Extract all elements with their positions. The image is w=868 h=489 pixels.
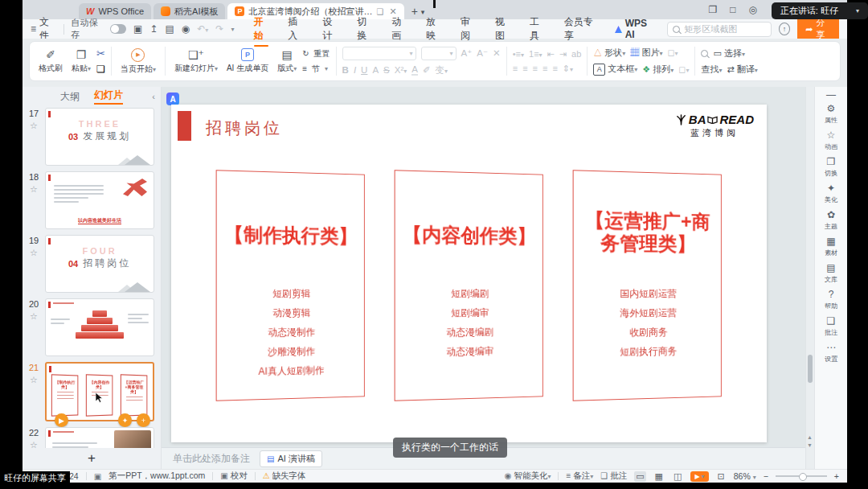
slide-thumbnail-21-selected[interactable]: 【制作执行类】 【内容创作类】 【运营推广+商务管理类】 ▶ ✦ + [45, 362, 154, 421]
select-button[interactable]: ▭ 选择▾ [713, 47, 744, 60]
tab-tools[interactable]: 工具 [529, 13, 547, 45]
find-button[interactable]: 查找▾ [701, 64, 722, 76]
zoom-slider[interactable] [776, 475, 827, 477]
sidebar-item-library[interactable]: ▤文库 [824, 263, 838, 285]
zoom-in-button[interactable]: + [834, 471, 839, 481]
merge-shapes-button[interactable]: ◻▾ [667, 47, 678, 58]
slide-canvas[interactable]: A 招聘岗位 BA [162, 87, 805, 447]
tab-transition[interactable]: 切换 [356, 13, 374, 45]
slide-thumbnail-17[interactable]: THREE 03 发展规划 [45, 108, 154, 166]
panel-operations-business[interactable]: 【运营推广+商务管理类】 国内短剧运营 海外短剧运营 收剧商务 短剧执行商务 [573, 170, 722, 401]
clear-format-icon[interactable]: ✕ [493, 47, 501, 59]
tab-insert[interactable]: 插入 [287, 13, 305, 45]
align-center-icon[interactable]: ≡ [522, 64, 527, 73]
star-icon[interactable]: ☆ [30, 121, 38, 131]
smart-beautify-button[interactable]: ◉ 智能美化▾ [505, 471, 551, 482]
reset-button[interactable]: ↻重置 [302, 48, 330, 60]
slide-thumbnail-20[interactable] [45, 298, 154, 356]
undo-icon[interactable]: ↶▾ [197, 23, 208, 35]
sidebar-item-beautify[interactable]: ✦美化 [824, 183, 838, 205]
meeting-speaking-pill[interactable]: 正在讲话: 旺仔 ▾ [772, 2, 868, 19]
decrease-font-button[interactable]: A⁻ [477, 47, 488, 59]
add-slide-button[interactable]: + [23, 448, 161, 469]
picture-button[interactable]: ▦ 图片▾ [630, 47, 662, 59]
next-slide-icon[interactable]: ▼ [807, 442, 813, 448]
sidebar-item-transition[interactable]: ❐切换 [824, 157, 838, 179]
zoom-out-button[interactable]: − [764, 471, 768, 481]
sidebar-item-help[interactable]: ?帮助 [824, 290, 838, 311]
tab-design[interactable]: 设计 [321, 13, 339, 45]
screenshare-icon[interactable]: ❐ [709, 4, 718, 15]
scrollbar-thumb[interactable] [808, 355, 813, 383]
tab-docer-ai[interactable]: 稻壳AI模板 [154, 3, 225, 19]
sidebar-item-theme[interactable]: ✿主题 [824, 210, 838, 232]
phonetic-guide-icon[interactable]: ab [571, 49, 581, 59]
star-icon[interactable]: ☆ [30, 248, 38, 258]
reading-view-icon[interactable]: ◫ [672, 471, 683, 482]
star-icon[interactable]: ☆ [30, 311, 38, 322]
print-icon[interactable]: ▤ [165, 23, 174, 35]
tab-review[interactable]: 审阅 [460, 13, 477, 45]
play-from-current-button[interactable]: ▶ 当页开始▾ [117, 48, 159, 75]
slideshow-button[interactable]: ▶▾ [690, 471, 708, 482]
bullet-list-icon[interactable]: •≡▾ [513, 49, 524, 59]
slide-page[interactable]: 招聘岗位 BA READ [171, 105, 767, 442]
previous-slide-icon[interactable]: ▲ [807, 434, 813, 440]
sidebar-item-comments[interactable]: ❑批注 [824, 316, 838, 338]
notes-button[interactable]: ≡ 备注▾ [566, 471, 593, 482]
cloud-upload-icon[interactable]: ↑ [779, 23, 791, 35]
missing-fonts-button[interactable]: ⚠ 缺失字体 [263, 471, 306, 482]
text-effect-button[interactable]: 变▾ [436, 64, 448, 76]
canvas-scrollbar[interactable]: ▲ ▼ [805, 87, 814, 469]
font-color-button[interactable]: A [411, 65, 418, 76]
paste-button[interactable]: ❐ 粘贴▾ [68, 49, 94, 74]
slide-thumbnail-22[interactable] [45, 427, 154, 448]
sidebar-item-assets[interactable]: ▦素材 [824, 236, 838, 258]
panel-production[interactable]: 【制作执行类】 短剧剪辑 动漫剪辑 动态漫制作 沙雕漫制作 AI真人短剧制作 [216, 170, 365, 401]
slide-title[interactable]: 招聘岗位 [206, 117, 283, 139]
pill-chevron-icon[interactable]: ▾ [856, 7, 859, 14]
tab-member[interactable]: 会员专享 [563, 13, 597, 45]
add-slide-overlay-button[interactable]: + [137, 413, 150, 427]
save-icon[interactable]: ▣ [133, 23, 142, 35]
maximize-icon[interactable]: □ [730, 4, 735, 15]
outdent-icon[interactable]: ⇤ [547, 49, 555, 60]
arrange-button[interactable]: ❖ 排列▾ [642, 64, 674, 76]
panel-content-creation[interactable]: 【内容创作类】 短剧编剧 短剧编审 动态漫编剧 动态漫编审 [395, 170, 543, 401]
strikethrough-button[interactable]: S [383, 65, 390, 75]
tab-view[interactable]: 视图 [494, 13, 512, 45]
tab-slideshow[interactable]: 放映 [425, 13, 443, 45]
comments-button[interactable]: ❑ 批注 [600, 471, 627, 482]
shapes-button[interactable]: △ 形状▾ [593, 47, 625, 59]
font-size-select[interactable]: ▾ [421, 47, 457, 60]
char-spacing-button[interactable]: A [372, 65, 379, 75]
search-input[interactable]: 矩形区域截图 [667, 22, 771, 37]
star-icon[interactable]: ☆ [30, 184, 38, 195]
ai-single-page-button[interactable]: P AI 生成单页 [223, 48, 272, 74]
align-left-icon[interactable]: ≡ [513, 64, 518, 73]
translate-button[interactable]: ⇄ 翻译▾ [727, 64, 757, 76]
zoom-slider-thumb[interactable] [799, 473, 807, 481]
find-icon[interactable] [701, 50, 708, 57]
increase-font-button[interactable]: A⁺ [461, 47, 473, 59]
align-right-icon[interactable]: ≡ [533, 64, 538, 73]
italic-button[interactable]: I [354, 65, 356, 75]
play-slide-button[interactable]: ▶ [55, 413, 68, 427]
line-spacing-icon[interactable]: ⇕▾ [563, 64, 573, 74]
distribute-icon[interactable]: ≡ [552, 64, 557, 73]
new-slide-button[interactable]: ❑⁺ 新建幻灯片▾ [171, 49, 221, 74]
tab-animation[interactable]: 动画 [391, 13, 408, 45]
fullscreen-icon[interactable]: ⊡ [716, 471, 727, 482]
section-button[interactable]: ≡节▾ [302, 64, 330, 75]
cut-icon[interactable]: ✂ [96, 47, 105, 60]
notes-placeholder[interactable]: 单击此处添加备注 [173, 452, 250, 466]
superscript-button[interactable]: X²▾ [395, 65, 407, 75]
zoom-level[interactable]: 86% ▾ [734, 471, 756, 481]
font-family-select[interactable]: ▾ [342, 47, 416, 60]
output-icon[interactable]: ↥ [149, 23, 158, 35]
format-object-button[interactable]: ◻▾ [678, 64, 689, 75]
slide-thumbnail-19[interactable]: FOUR 04 招聘岗位 [45, 235, 154, 293]
tab-home[interactable]: 开始 [252, 13, 270, 45]
collapse-sidebar-icon[interactable]: — [826, 91, 836, 99]
format-painter-button[interactable]: ✐ 格式刷 [35, 49, 66, 74]
